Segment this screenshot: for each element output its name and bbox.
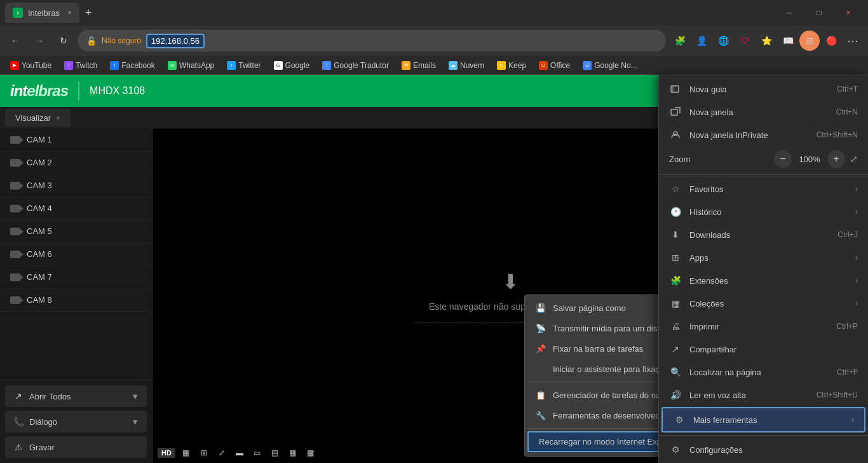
- collections-icon[interactable]: ⊞: [799, 31, 820, 51]
- em-zoom-minus[interactable]: −: [774, 150, 792, 168]
- address-bar[interactable]: 🔓 Não seguro 192.168.0.56: [78, 30, 666, 52]
- em-zoom-plus[interactable]: +: [827, 150, 845, 168]
- bookmark-twitch[interactable]: T Twitch: [59, 60, 102, 71]
- profile-icon[interactable]: 👤: [691, 31, 712, 51]
- bookmark-whatsapp[interactable]: W WhatsApp: [163, 60, 219, 71]
- cam-item-1[interactable]: CAM 1: [0, 128, 152, 151]
- adblock2-icon[interactable]: 🔴: [821, 31, 841, 51]
- svg-rect-0: [671, 86, 679, 92]
- em-read-aloud[interactable]: 🔊 Ler em voz alta Ctrl+Shift+U: [659, 384, 868, 406]
- cam-item-5[interactable]: CAM 5: [0, 220, 152, 243]
- vc-btn-8[interactable]: ▩: [304, 446, 318, 460]
- transmit-icon: 📡: [535, 322, 546, 334]
- edge-icon[interactable]: 🌐: [713, 31, 733, 51]
- cam-item-3[interactable]: CAM 3: [0, 174, 152, 197]
- bookmark-nuvem[interactable]: ☁ Nuvem: [444, 60, 489, 71]
- bookmark-label: Office: [550, 61, 570, 70]
- record-btn[interactable]: ⚠ Gravar: [5, 436, 147, 458]
- bookmark-twitter[interactable]: t Twitter: [222, 60, 266, 71]
- gtranslate-icon: T: [322, 61, 331, 70]
- em-apps-label: Apps: [689, 253, 848, 263]
- extensions-icon[interactable]: 🧩: [670, 31, 690, 51]
- print-icon: 🖨: [669, 320, 682, 333]
- vc-btn-4[interactable]: ▬: [233, 446, 247, 460]
- new-tab-btn[interactable]: +: [79, 4, 97, 22]
- em-new-window[interactable]: Nova janela Ctrl+N: [659, 100, 868, 123]
- adblock-icon[interactable]: 🛡: [735, 31, 755, 51]
- url-display[interactable]: 192.168.0.56: [146, 34, 205, 48]
- em-new-tab[interactable]: Nova guia Ctrl+T: [659, 78, 868, 100]
- em-apps[interactable]: ⊞ Apps ›: [659, 246, 868, 269]
- tab-label: Intelbras: [28, 8, 60, 18]
- menu-btn[interactable]: ⋯: [843, 31, 863, 51]
- em-new-tab-label: Nova guia: [689, 85, 829, 94]
- vc-btn-5[interactable]: ▭: [250, 446, 264, 460]
- bookmark-emails[interactable]: ✉ Emails: [397, 60, 441, 71]
- favorites-icon[interactable]: ⭐: [756, 31, 776, 51]
- minimize-btn[interactable]: ─: [775, 3, 804, 23]
- em-share[interactable]: ↗ Compartilhar: [659, 338, 868, 361]
- bookmark-keep[interactable]: K Keep: [492, 60, 531, 71]
- app-tab-visualizar[interactable]: Visualizar ×: [5, 109, 71, 127]
- em-more-tools[interactable]: ⚙ Mais ferramentas ›: [661, 407, 865, 432]
- quality-badge: HD: [158, 448, 175, 458]
- vc-btn-1[interactable]: ▦: [179, 446, 193, 460]
- vc-btn-2[interactable]: ⊞: [197, 446, 211, 460]
- nuvem-icon: ☁: [449, 61, 458, 70]
- cam-item-6[interactable]: CAM 6: [0, 243, 152, 266]
- twitch-icon: T: [64, 61, 73, 70]
- em-zoom-row: Zoom − 100% + ⤢: [659, 146, 868, 172]
- maximize-btn[interactable]: □: [804, 3, 834, 23]
- vc-btn-6[interactable]: ▤: [268, 446, 282, 460]
- em-collections[interactable]: ▦ Coleções ›: [659, 292, 868, 315]
- camera-icon-4: [10, 205, 20, 212]
- collections-icon: ▦: [669, 297, 682, 310]
- svg-rect-2: [671, 109, 677, 115]
- reading-icon[interactable]: 📖: [778, 31, 798, 51]
- bookmark-youtube[interactable]: ▶ YouTube: [5, 60, 57, 71]
- cam-item-7[interactable]: CAM 7: [0, 266, 152, 289]
- refresh-btn[interactable]: ↻: [53, 31, 74, 51]
- googleno-icon: G: [583, 61, 592, 70]
- sidebar-actions: ↗ Abrir Todos ▼ 📞 Diálogo ▼ ⚠ Gravar: [0, 380, 152, 463]
- em-history[interactable]: 🕐 Histórico ›: [659, 200, 868, 223]
- em-settings[interactable]: ⚙ Configurações: [659, 438, 868, 461]
- em-extensions[interactable]: 🧩 Extensões ›: [659, 269, 868, 292]
- bookmark-office[interactable]: O Office: [534, 60, 575, 71]
- em-find[interactable]: 🔍 Localizar na página Ctrl+F: [659, 361, 868, 384]
- em-inprivate[interactable]: Nova janela InPrivate Ctrl+Shift+N: [659, 123, 868, 146]
- toolbar-icons: 🧩 👤 🌐 🛡 ⭐ 📖 ⊞ 🔴 ⋯: [670, 31, 863, 51]
- forward-btn[interactable]: →: [29, 31, 50, 51]
- vc-btn-3[interactable]: ⤢: [215, 446, 229, 460]
- bookmark-label: Facebook: [121, 61, 155, 70]
- browser-tab[interactable]: i Intelbras ×: [5, 3, 79, 23]
- lock-icon: 🔓: [86, 36, 97, 46]
- camera-icon-2: [10, 159, 20, 167]
- close-btn[interactable]: ×: [834, 3, 863, 23]
- bookmark-facebook[interactable]: f Facebook: [105, 60, 160, 71]
- dialog-btn[interactable]: 📞 Diálogo ▼: [5, 411, 147, 432]
- em-inprivate-label: Nova janela InPrivate: [689, 130, 809, 140]
- bookmark-gtranslate[interactable]: T Google Tradutor: [317, 60, 394, 71]
- em-favorites[interactable]: ☆ Favoritos ›: [659, 177, 868, 200]
- open-all-icon: ↗: [13, 390, 24, 402]
- bookmark-google[interactable]: G Google: [269, 60, 315, 71]
- em-new-window-label: Nova janela: [689, 107, 829, 117]
- new-tab-icon: [669, 83, 682, 95]
- em-downloads[interactable]: ⬇ Downloads Ctrl+J: [659, 223, 868, 246]
- favorites-icon: ☆: [669, 183, 682, 195]
- em-zoom-expand[interactable]: ⤢: [850, 154, 858, 164]
- vc-btn-7[interactable]: ▦: [286, 446, 300, 460]
- cam-item-8[interactable]: CAM 8: [0, 289, 152, 312]
- tab-close-btn[interactable]: ×: [67, 8, 72, 17]
- open-all-btn[interactable]: ↗ Abrir Todos ▼: [5, 385, 147, 407]
- browser-titlebar: i Intelbras × + ─ □ ×: [0, 0, 868, 25]
- em-print[interactable]: 🖨 Imprimir Ctrl+P: [659, 315, 868, 338]
- em-inprivate-shortcut: Ctrl+Shift+N: [817, 130, 858, 139]
- em-read-aloud-shortcut: Ctrl+Shift+U: [817, 390, 858, 399]
- cam-item-4[interactable]: CAM 4: [0, 197, 152, 220]
- back-btn[interactable]: ←: [5, 31, 25, 51]
- cam-item-2[interactable]: CAM 2: [0, 151, 152, 174]
- app-tab-close[interactable]: ×: [56, 114, 60, 121]
- bookmark-googleno[interactable]: G Google No...: [578, 60, 642, 71]
